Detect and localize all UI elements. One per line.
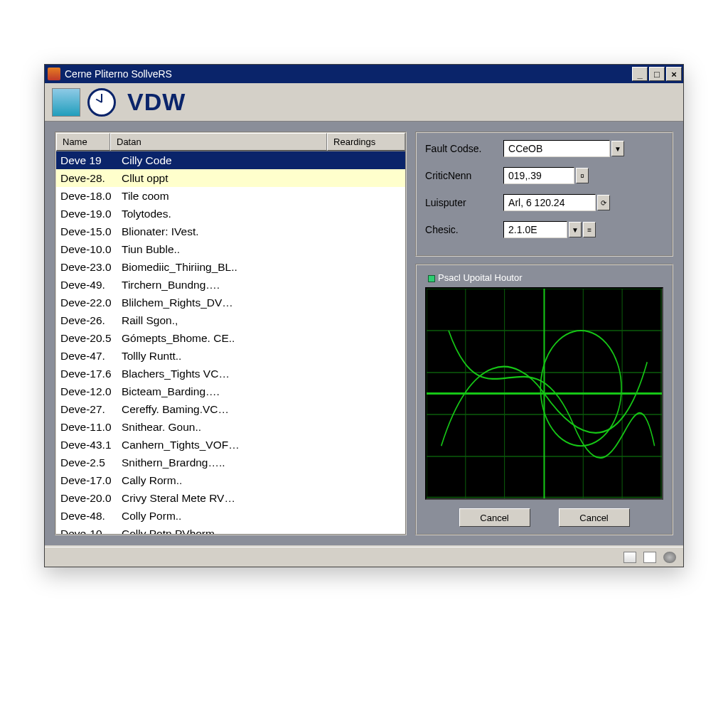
table-row[interactable]: Deve-23.0Biomediic_Thiriing_BL.. xyxy=(56,258,405,276)
fault-code-field[interactable]: CCeOB xyxy=(503,140,610,157)
column-header-name[interactable]: Name xyxy=(56,133,110,151)
scope-display[interactable] xyxy=(425,287,663,500)
cell-name: Deve-2.5 xyxy=(60,454,122,471)
table-row[interactable]: Deve-22.0Blilchem_Rights_DV… xyxy=(56,294,405,311)
cell-datan: Blilchem_Rights_DV… xyxy=(122,294,401,311)
table-row[interactable]: Deve-27.Cereffy. Baming.VC… xyxy=(56,400,405,418)
cell-name: Deve-26. xyxy=(60,312,122,328)
chesic-label: Chesic. xyxy=(425,224,503,235)
cell-datan: Tirchern_Bundng…. xyxy=(122,277,401,293)
picture-icon[interactable] xyxy=(52,88,80,117)
cell-name: Deve-10. xyxy=(60,525,122,534)
cell-datan: Crivy Steral Mete RV… xyxy=(122,490,401,506)
cancel-button[interactable]: Cancel xyxy=(459,508,530,527)
table-row[interactable]: Deve-19.0Tolytodes. xyxy=(56,205,405,223)
scope-button-row: Cancel Cancel xyxy=(425,508,663,527)
table-row[interactable]: Deve-10.Colly Potn PVhorm.. xyxy=(56,525,405,534)
cell-datan: Blachers_Tights VC… xyxy=(122,365,401,382)
table-row[interactable]: Deve-43.1Canhern_Tights_VOF… xyxy=(56,436,405,454)
fault-code-row: Fault Codse. CCeOB ▼ xyxy=(425,140,663,157)
cell-name: Deve-20.5 xyxy=(60,330,122,346)
status-printer-icon[interactable] xyxy=(643,552,656,563)
cell-datan: Cilly Code xyxy=(122,152,401,168)
cell-name: Deve-48. xyxy=(60,508,122,524)
luisputer-refresh-icon[interactable]: ⟳ xyxy=(597,195,610,210)
fault-code-dropdown-icon[interactable]: ▼ xyxy=(611,141,624,156)
cell-datan: Colly Potn PVhorm.. xyxy=(122,525,401,534)
brand-logo: VDW xyxy=(127,88,186,116)
scope-panel: Psacl Upoital Houtor xyxy=(415,264,673,535)
table-row[interactable]: Deve-47.Tollly Runtt.. xyxy=(56,347,405,365)
table-row[interactable]: Deve 19Cilly Code xyxy=(56,151,405,169)
table-row[interactable]: Deve-49.Tirchern_Bundng…. xyxy=(56,276,405,294)
minimize-button[interactable]: _ xyxy=(632,67,648,81)
close-button[interactable]: × xyxy=(666,67,682,81)
table-row[interactable]: Deve-28.Cllut oppt xyxy=(56,169,405,187)
critic-field[interactable]: 019,.39 xyxy=(503,167,574,184)
table-row[interactable]: Deve-12.0Bicteam_Barding…. xyxy=(56,382,405,400)
cell-datan: Cereffy. Baming.VC… xyxy=(122,401,401,417)
device-list-panel: Name Datan Reardings Deve 19Cilly CodeDe… xyxy=(55,132,407,535)
luisputer-row: Luisputer Arl, 6 120.24 ⟳ xyxy=(425,194,663,211)
table-row[interactable]: Deve-11.0Snithear. Goun.. xyxy=(56,418,405,436)
table-row[interactable]: Deve-17.0Cally Rorm.. xyxy=(56,471,405,489)
status-bar xyxy=(45,547,683,567)
table-row[interactable]: Deve-18.0Tile coom xyxy=(56,187,405,205)
cancel-button-2[interactable]: Cancel xyxy=(559,508,630,527)
cell-datan: Snithern_Brardng….. xyxy=(122,454,401,471)
cell-name: Deve-49. xyxy=(60,277,122,293)
chesic-row: Chesic. 2.1.0E ▼ ≡ xyxy=(425,221,663,238)
cell-name: Deve-15.0 xyxy=(60,223,122,240)
cell-datan: Tollly Runtt.. xyxy=(122,348,401,364)
cell-datan: Bicteam_Barding…. xyxy=(122,383,401,400)
cell-datan: Blionater: IVest. xyxy=(122,223,401,240)
cell-datan: Tile coom xyxy=(122,188,401,204)
status-document-icon[interactable] xyxy=(623,552,636,563)
table-row[interactable]: Deve-15.0Blionater: IVest. xyxy=(56,223,405,240)
table-row[interactable]: Deve-20.5Gómepts_Bhome. CE.. xyxy=(56,329,405,347)
table-row[interactable]: Deve-48.Colly Porm.. xyxy=(56,507,405,525)
table-row[interactable]: Deve-26.Raill Sgon., xyxy=(56,311,405,329)
title-bar[interactable]: Cerne Pliterno SollveRS _ □ × xyxy=(45,65,683,83)
critic-stepper-icon[interactable]: ¤ xyxy=(576,168,589,183)
chesic-options-icon[interactable]: ≡ xyxy=(583,222,596,237)
table-row[interactable]: Deve-20.0Crivy Steral Mete RV… xyxy=(56,489,405,507)
clock-icon[interactable] xyxy=(87,88,116,117)
status-gear-icon[interactable] xyxy=(663,552,676,563)
table-row[interactable]: Deve-17.6Blachers_Tights VC… xyxy=(56,365,405,382)
list-header: Name Datan Reardings xyxy=(56,133,405,151)
cell-datan: Snithear. Goun.. xyxy=(122,419,401,435)
chesic-field[interactable]: 2.1.0E xyxy=(503,221,567,238)
cell-name: Deve-19.0 xyxy=(60,205,122,222)
cell-name: Deve-17.6 xyxy=(60,365,122,382)
client-area: Name Datan Reardings Deve 19Cilly CodeDe… xyxy=(45,122,683,545)
column-header-readings[interactable]: Reardings xyxy=(327,133,405,151)
chesic-dropdown-icon[interactable]: ▼ xyxy=(569,222,582,237)
cell-name: Deve-10.0 xyxy=(60,241,122,257)
cell-name: Deve-23.0 xyxy=(60,259,122,275)
table-row[interactable]: Deve-10.0Tiun Buble.. xyxy=(56,240,405,258)
cell-name: Deve-11.0 xyxy=(60,419,122,435)
maximize-button[interactable]: □ xyxy=(649,67,665,81)
fault-code-label: Fault Codse. xyxy=(425,143,503,154)
cell-datan: Gómepts_Bhome. CE.. xyxy=(122,330,401,346)
cell-name: Deve-20.0 xyxy=(60,490,122,506)
cell-datan: Biomediic_Thiriing_BL.. xyxy=(122,259,401,275)
device-list[interactable]: Deve 19Cilly CodeDeve-28.Cllut opptDeve-… xyxy=(56,151,405,534)
window-title: Cerne Pliterno SollveRS xyxy=(65,68,631,80)
cell-datan: Cllut oppt xyxy=(122,170,401,186)
toolbar: VDW xyxy=(45,83,683,122)
cell-name: Deve-28. xyxy=(60,170,122,186)
cell-datan: Cally Rorm.. xyxy=(122,472,401,488)
luisputer-field[interactable]: Arl, 6 120.24 xyxy=(503,194,596,211)
app-window: Cerne Pliterno SollveRS _ □ × VDW Name D… xyxy=(44,64,684,567)
table-row[interactable]: Deve-2.5Snithern_Brardng….. xyxy=(56,454,405,471)
cell-name: Deve-18.0 xyxy=(60,188,122,204)
cell-name: Deve-47. xyxy=(60,348,122,364)
column-header-datan[interactable]: Datan xyxy=(110,133,327,151)
cell-name: Deve-27. xyxy=(60,401,122,417)
scope-title: Psacl Upoital Houtor xyxy=(428,272,663,283)
cell-datan: Tolytodes. xyxy=(122,205,401,222)
luisputer-label: Luisputer xyxy=(425,197,503,208)
properties-panel: Fault Codse. CCeOB ▼ CriticNenn 019,.39 … xyxy=(415,132,673,257)
